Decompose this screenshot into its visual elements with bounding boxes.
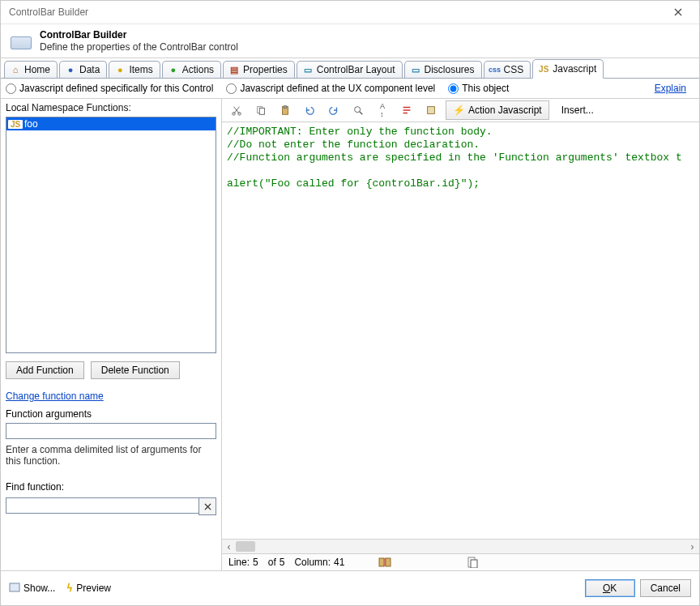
tab-properties[interactable]: ▤Properties [223,61,295,78]
svg-rect-3 [259,108,264,114]
js-icon [538,63,549,75]
data-icon: ● [65,64,76,75]
tab-label: Items [129,64,152,75]
status-col-label: Column: [294,557,331,568]
delete-function-button[interactable]: Delete Function [91,361,180,379]
preview-label: Preview [76,583,111,594]
tab-label: ControlBar Layout [317,64,395,75]
tab-label: Properties [243,64,288,75]
add-function-button[interactable]: Add Function [6,361,84,379]
close-button[interactable] [662,1,694,23]
status-book-icon[interactable] [378,557,391,568]
replace-icon[interactable]: A↕ [373,100,392,120]
tab-label: Data [79,64,100,75]
tab-items[interactable]: ●Items [109,61,160,78]
status-line-value: 5 [253,557,258,568]
copy-icon[interactable] [251,100,271,120]
tab-disclosures[interactable]: ▭Disclosures [404,61,482,78]
header-title: ControlBar Builder [40,29,238,41]
ok-button[interactable]: OK [585,579,635,597]
tab-javascript[interactable]: Javascript [532,59,604,79]
layout-icon: ▭ [302,64,314,75]
left-panel: Local Namespace Functions: JS foo Add Fu… [1,99,221,570]
actions-icon: ● [168,64,179,75]
css-icon [489,64,501,75]
redo-icon[interactable] [324,100,344,120]
radio-this-object[interactable]: This object [448,83,509,94]
find-function-label: Find function: [6,481,216,493]
svg-point-6 [355,107,361,113]
svg-rect-8 [379,558,384,566]
tab-home[interactable]: ⌂Home [4,61,58,78]
functions-list-label: Local Namespace Functions: [6,102,216,113]
dialog-header: ControlBar Builder Define the properties… [1,24,699,58]
function-args-label: Function arguments [6,408,216,420]
find-function-input[interactable] [6,497,198,514]
js-icon: JS [8,120,23,129]
tab-data[interactable]: ●Data [59,61,107,78]
status-doc-icon[interactable] [466,557,479,568]
action-js-label: Action Javascript [468,105,542,116]
dialog-footer: Show... ϟ Preview OK Cancel [1,570,699,605]
reference-icon[interactable] [421,100,441,120]
tab-controlbar-layout[interactable]: ▭ControlBar Layout [297,61,403,78]
bolt-icon: ⚡ [453,105,465,116]
horizontal-scrollbar[interactable]: ‹ › [222,539,699,553]
format-icon[interactable] [397,100,416,120]
cancel-button[interactable]: Cancel [640,579,691,597]
tab-bar: ⌂Home ●Data ●Items ●Actions ▤Properties … [1,58,699,79]
svg-rect-9 [386,558,391,566]
function-list-item[interactable]: JS foo [6,117,216,130]
status-col-value: 41 [334,557,344,568]
radio-label: Javascript defined specifically for this… [19,83,213,94]
radio-control-scope[interactable]: Javascript defined specifically for this… [6,83,213,94]
editor-panel: A↕ ⚡ Action Javascript Insert... //IMPOR… [221,99,699,570]
function-name: foo [24,118,38,130]
scroll-track[interactable] [236,540,685,553]
tab-actions[interactable]: ●Actions [162,61,221,78]
svg-rect-11 [471,560,477,568]
show-icon [9,583,20,595]
scope-radio-row: Javascript defined specifically for this… [1,79,699,99]
scroll-left-icon[interactable]: ‹ [222,540,236,553]
code-text: //IMPORTANT: Enter only the function bod… [222,122,699,194]
tab-css[interactable]: CSS [484,61,531,78]
window-title: ControlBar Builder [9,6,662,18]
function-args-hint: Enter a comma delimited list of argument… [6,444,216,467]
undo-icon[interactable] [300,100,319,120]
insert-button[interactable]: Insert... [554,100,601,120]
clear-find-button[interactable] [198,497,216,515]
tab-label: Home [24,64,50,75]
code-editor[interactable]: //IMPORTANT: Enter only the function bod… [222,122,699,539]
home-icon: ⌂ [10,64,21,75]
editor-toolbar: A↕ ⚡ Action Javascript Insert... [222,99,699,122]
function-args-input[interactable] [6,423,216,439]
preview-button[interactable]: ϟ Preview [66,583,111,594]
scroll-thumb[interactable] [236,541,255,552]
properties-icon: ▤ [228,64,240,75]
tab-label: Actions [182,64,214,75]
titlebar: ControlBar Builder [1,1,699,24]
header-subtitle: Define the properties of the ControlBar … [40,41,238,53]
tab-label: Disclosures [425,64,475,75]
svg-rect-5 [284,106,287,109]
change-function-name-link[interactable]: Change function name [6,390,216,402]
find-icon[interactable] [348,100,368,120]
radio-label: This object [462,83,509,94]
insert-label: Insert... [561,105,594,116]
show-button[interactable]: Show... [9,583,55,595]
controlbar-icon [11,36,32,49]
explain-link[interactable]: Explain [655,83,686,94]
editor-statusbar: Line: 5 of 5 Column: 41 [222,553,699,570]
cut-icon[interactable] [227,100,246,120]
tab-label: CSS [504,64,524,75]
radio-ux-scope[interactable]: Javascript defined at the UX component l… [226,83,435,94]
status-of-label: of [268,557,276,568]
functions-list[interactable]: JS foo [6,117,216,353]
items-icon: ● [114,64,126,75]
action-javascript-button[interactable]: ⚡ Action Javascript [446,100,549,120]
status-line-label: Line: [228,557,250,568]
paste-icon[interactable] [275,100,295,120]
lightning-icon: ϟ [66,583,73,594]
scroll-right-icon[interactable]: › [685,540,699,553]
